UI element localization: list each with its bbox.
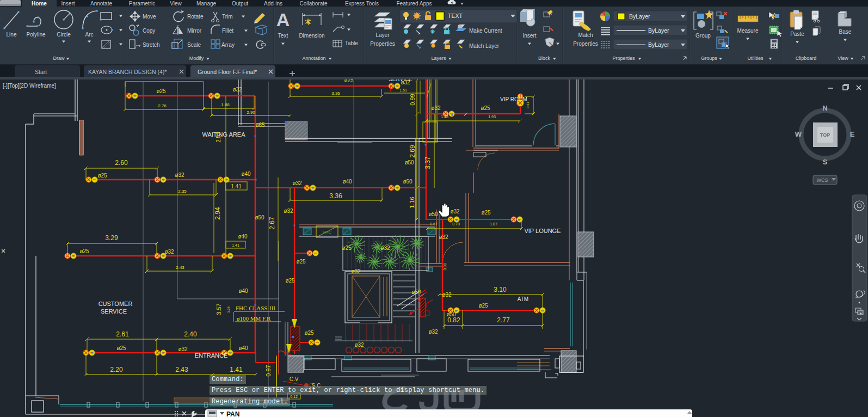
svg-text:2.40: 2.40 bbox=[184, 330, 197, 338]
svg-text:ø32: ø32 bbox=[175, 172, 184, 178]
svg-text:ø25: ø25 bbox=[478, 303, 488, 309]
svg-text:Layer: Layer bbox=[375, 32, 390, 38]
svg-text:ø32: ø32 bbox=[428, 329, 438, 335]
svg-text:ø40: ø40 bbox=[241, 171, 251, 177]
svg-text:WAITING AREA: WAITING AREA bbox=[202, 131, 245, 138]
svg-text:Add-ins: Add-ins bbox=[264, 1, 282, 7]
svg-text:ø25: ø25 bbox=[285, 278, 295, 284]
svg-text:ø32: ø32 bbox=[450, 208, 460, 214]
svg-text:ø25: ø25 bbox=[342, 245, 352, 251]
svg-text:Output: Output bbox=[232, 1, 248, 7]
svg-text:ø25: ø25 bbox=[304, 330, 314, 336]
svg-text:2.90: 2.90 bbox=[247, 110, 255, 115]
svg-text:ø32: ø32 bbox=[178, 346, 188, 352]
svg-text:1.41: 1.41 bbox=[231, 183, 242, 189]
svg-text:Make Current: Make Current bbox=[469, 28, 502, 34]
svg-text:Text: Text bbox=[278, 33, 288, 39]
svg-text:VIP ROOM: VIP ROOM bbox=[500, 96, 527, 102]
svg-text:0.97: 0.97 bbox=[265, 365, 272, 376]
svg-text:ø40: ø40 bbox=[342, 179, 352, 185]
svg-text:ø25: ø25 bbox=[97, 173, 107, 179]
svg-text:[-][Top][2D Wireframe]: [-][Top][2D Wireframe] bbox=[3, 83, 56, 89]
svg-text:ø32: ø32 bbox=[284, 208, 293, 214]
svg-text:3.37: 3.37 bbox=[424, 156, 432, 169]
svg-text:TEXT: TEXT bbox=[448, 13, 463, 19]
svg-text:ø50: ø50 bbox=[404, 160, 414, 165]
svg-text:FHC: FHC bbox=[323, 230, 332, 235]
svg-text:Match Layer: Match Layer bbox=[469, 43, 500, 49]
svg-text:ø25: ø25 bbox=[116, 345, 126, 351]
svg-text:1.93: 1.93 bbox=[488, 115, 496, 119]
svg-text:View: View bbox=[170, 1, 182, 7]
svg-text:ø25: ø25 bbox=[481, 105, 490, 111]
svg-text:ø50: ø50 bbox=[255, 214, 264, 220]
svg-text:Table: Table bbox=[345, 40, 358, 46]
svg-text:0.82: 0.82 bbox=[447, 316, 460, 324]
svg-text:1.51: 1.51 bbox=[399, 88, 407, 92]
svg-text:Dimension: Dimension bbox=[299, 33, 324, 39]
svg-text:2.43: 2.43 bbox=[175, 366, 188, 373]
svg-text:ø100 MM F.R: ø100 MM F.R bbox=[237, 315, 271, 322]
svg-text:2.20: 2.20 bbox=[110, 366, 123, 373]
svg-text:ø32: ø32 bbox=[351, 268, 361, 274]
svg-text:ø65: ø65 bbox=[255, 122, 265, 128]
svg-text:Home: Home bbox=[32, 1, 47, 7]
svg-text:3.10: 3.10 bbox=[494, 286, 507, 293]
svg-text:ByLayer: ByLayer bbox=[629, 13, 650, 20]
svg-text:0.70: 0.70 bbox=[452, 222, 460, 226]
svg-text:Match: Match bbox=[578, 32, 593, 38]
svg-text:2.67: 2.67 bbox=[268, 217, 276, 230]
svg-text:ATM: ATM bbox=[518, 296, 528, 302]
svg-text:2.94: 2.94 bbox=[214, 207, 221, 220]
svg-text:Line: Line bbox=[7, 32, 17, 38]
svg-text:ø50: ø50 bbox=[411, 289, 421, 295]
svg-text:ø40: ø40 bbox=[238, 345, 248, 351]
svg-text:Fillet: Fillet bbox=[222, 28, 233, 34]
svg-text:2.76: 2.76 bbox=[158, 103, 167, 108]
svg-text:Start: Start bbox=[35, 69, 47, 75]
svg-text:1.48: 1.48 bbox=[441, 115, 448, 119]
svg-text:View: View bbox=[838, 56, 848, 61]
svg-text:3.28: 3.28 bbox=[227, 306, 230, 313]
svg-text:Annotate: Annotate bbox=[90, 1, 112, 7]
svg-text:2.69: 2.69 bbox=[409, 145, 416, 158]
svg-text:Clipboard: Clipboard bbox=[796, 56, 817, 61]
svg-text:1.87: 1.87 bbox=[490, 222, 497, 226]
svg-text:WCS: WCS bbox=[817, 177, 828, 183]
svg-text:Trim: Trim bbox=[222, 14, 233, 20]
svg-text:Layers: Layers bbox=[431, 56, 446, 61]
svg-text:2.77: 2.77 bbox=[497, 316, 510, 324]
svg-text:S: S bbox=[823, 158, 828, 166]
svg-text:Utilities: Utilities bbox=[747, 56, 764, 61]
svg-text:Polyline: Polyline bbox=[26, 32, 45, 38]
svg-text:Scale: Scale bbox=[187, 42, 201, 48]
svg-text:1.16: 1.16 bbox=[409, 197, 415, 208]
svg-text:ø32: ø32 bbox=[439, 234, 448, 240]
svg-text:0.12: 0.12 bbox=[290, 395, 298, 398]
svg-text:Move: Move bbox=[143, 14, 156, 20]
svg-text:ø25: ø25 bbox=[296, 259, 306, 265]
svg-text:Draw: Draw bbox=[53, 56, 65, 61]
svg-text:Featured Apps: Featured Apps bbox=[396, 1, 432, 7]
svg-text:FHC CLASS-III: FHC CLASS-III bbox=[236, 305, 275, 311]
svg-text:Properties: Properties bbox=[612, 56, 635, 61]
svg-text:Array: Array bbox=[221, 42, 235, 48]
svg-text:3.36: 3.36 bbox=[329, 192, 342, 200]
svg-text:Rotate: Rotate bbox=[187, 14, 204, 20]
svg-text:ENTRANCE: ENTRANCE bbox=[195, 352, 228, 359]
svg-text:3.30: 3.30 bbox=[443, 263, 447, 271]
svg-text:Insert: Insert bbox=[61, 1, 75, 7]
svg-text:Ground Floor F.F Final*: Ground Floor F.F Final* bbox=[198, 69, 257, 75]
svg-text:Circle: Circle bbox=[57, 32, 71, 38]
svg-text:ø25: ø25 bbox=[481, 210, 491, 216]
svg-text:KAYAN BRANCH DESIGN (4)*: KAYAN BRANCH DESIGN (4)* bbox=[88, 69, 167, 75]
svg-text:Properties: Properties bbox=[370, 41, 395, 47]
svg-text:SERVICE: SERVICE bbox=[101, 308, 127, 315]
svg-text:TOP: TOP bbox=[820, 132, 830, 138]
svg-text:2.60: 2.60 bbox=[115, 159, 128, 167]
svg-text:ø50: ø50 bbox=[403, 179, 413, 185]
svg-text:C.V: C.V bbox=[290, 376, 299, 382]
svg-text:2.43: 2.43 bbox=[176, 265, 184, 270]
svg-text:1.41: 1.41 bbox=[230, 366, 243, 373]
svg-text:ByLayer: ByLayer bbox=[648, 41, 669, 48]
